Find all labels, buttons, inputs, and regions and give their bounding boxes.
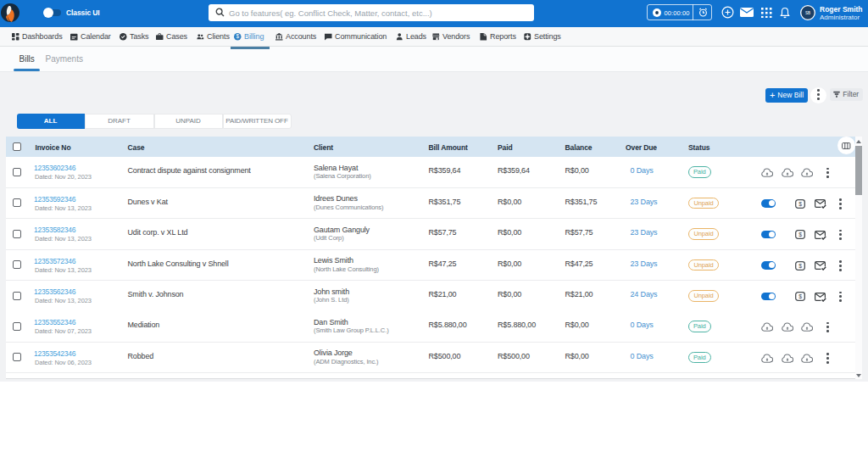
- svg-text:$: $: [798, 263, 802, 269]
- svg-text:SB: SB: [804, 11, 810, 15]
- svg-text:$: $: [236, 33, 240, 39]
- svg-text:$: $: [798, 293, 802, 299]
- svg-text:$: $: [798, 201, 802, 207]
- svg-text:$: $: [798, 232, 802, 237]
